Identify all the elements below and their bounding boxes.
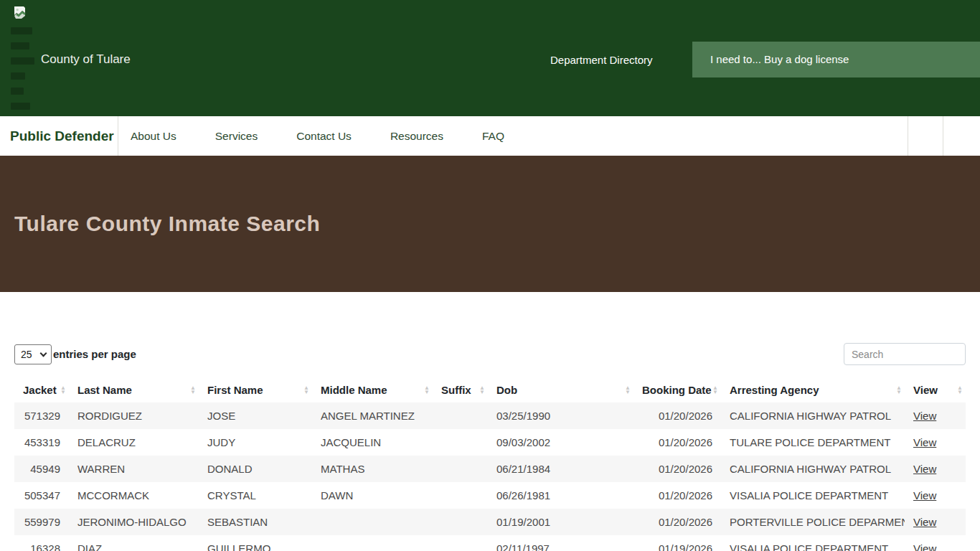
entries-per-page-label: entries per page	[53, 348, 136, 360]
cell-dob: 02/11/1997	[488, 535, 633, 551]
cell-jacket: 571329	[14, 402, 69, 429]
view-link[interactable]: View	[913, 542, 936, 551]
broken-image-icon	[13, 6, 27, 22]
cell-agency: CALIFORNIA HIGHWAY PATROL	[721, 402, 905, 429]
page-title: Tulare County Inmate Search	[0, 212, 320, 236]
cell-agency: PORTERVILLE POLICE DEPARMENT	[721, 509, 905, 535]
hero-banner: Tulare County Inmate Search	[0, 156, 980, 292]
table-row: 16328DIAZGUILLERMO02/11/199701/19/2026VI…	[14, 535, 966, 551]
department-directory-link[interactable]: Department Directory	[550, 54, 653, 66]
cell-middle: JACQUELIN	[312, 429, 433, 456]
cell-middle	[312, 535, 433, 551]
cell-booking: 01/20/2026	[633, 429, 721, 456]
logo-alt-text	[11, 27, 34, 118]
nav-item-resources[interactable]: Resources	[390, 130, 443, 143]
table-row: 453319DELACRUZJUDYJACQUELIN09/03/200201/…	[14, 429, 966, 456]
cell-booking: 01/20/2026	[633, 402, 721, 429]
cell-last: MCCORMACK	[69, 482, 199, 509]
cell-view: View	[905, 402, 966, 429]
cell-dob: 09/03/2002	[488, 429, 633, 456]
table-body: 571329RORDIGUEZJOSEANGEL MARTINEZ03/25/1…	[14, 402, 966, 551]
table-row: 45949WARRENDONALDMATHAS06/21/198401/20/2…	[14, 456, 966, 482]
sort-icon: ▲▼	[60, 386, 66, 395]
cell-jacket: 559979	[14, 509, 69, 535]
cell-suffix	[433, 509, 488, 535]
i-need-to-dropdown[interactable]: I need to... Buy a dog license	[692, 42, 980, 77]
table-row: 571329RORDIGUEZJOSEANGEL MARTINEZ03/25/1…	[14, 402, 966, 429]
column-header-label: Jacket	[23, 384, 57, 396]
cell-agency: VISALIA POLICE DEPARTMENT	[721, 482, 905, 509]
nav-utility-cell-2[interactable]	[943, 116, 980, 156]
column-header-last-name[interactable]: Last Name▲▼	[69, 377, 199, 402]
nav-item-services[interactable]: Services	[215, 130, 258, 143]
sort-icon: ▲▼	[625, 386, 631, 395]
column-header-suffix[interactable]: Suffix▲▼	[433, 377, 488, 402]
search-input[interactable]	[844, 343, 966, 365]
cell-last: WARREN	[69, 456, 199, 482]
column-header-label: Arresting Agency	[730, 384, 819, 396]
cell-jacket: 505347	[14, 482, 69, 509]
nav-item-faq[interactable]: FAQ	[482, 130, 504, 143]
cell-middle: MATHAS	[312, 456, 433, 482]
column-header-first-name[interactable]: First Name▲▼	[199, 377, 312, 402]
sort-icon: ▲▼	[957, 386, 963, 395]
cell-booking: 01/20/2026	[633, 456, 721, 482]
column-header-label: View	[913, 384, 938, 396]
cell-dob: 06/26/1981	[488, 482, 633, 509]
view-link[interactable]: View	[913, 463, 936, 475]
sort-icon: ▲▼	[896, 386, 902, 395]
view-link[interactable]: View	[913, 436, 936, 448]
column-header-label: Booking Date	[642, 384, 712, 396]
cell-view: View	[905, 509, 966, 535]
cell-suffix	[433, 429, 488, 456]
cell-dob: 01/19/2001	[488, 509, 633, 535]
cell-dob: 06/21/1984	[488, 456, 633, 482]
entries-per-page-select[interactable]: 25	[14, 344, 52, 364]
sort-icon: ▲▼	[303, 386, 309, 395]
table-head: Jacket▲▼Last Name▲▼First Name▲▼Middle Na…	[14, 377, 966, 402]
view-link[interactable]: View	[913, 516, 936, 528]
view-link[interactable]: View	[913, 410, 936, 422]
cell-first: JOSE	[199, 402, 312, 429]
column-header-booking-date[interactable]: Booking Date▲▼	[633, 377, 721, 402]
column-header-label: Suffix	[441, 384, 471, 396]
inmate-table: Jacket▲▼Last Name▲▼First Name▲▼Middle Na…	[14, 377, 966, 551]
nav-item-about-us[interactable]: About Us	[131, 130, 176, 143]
column-header-view[interactable]: View▲▼	[905, 377, 966, 402]
table-row: 505347MCCORMACKCRYSTALDAWN06/26/198101/2…	[14, 482, 966, 509]
nav-links: About UsServicesContact UsResourcesFAQ	[118, 116, 504, 156]
cell-last: DIAZ	[69, 535, 199, 551]
nav-spacer	[504, 116, 908, 156]
cell-jacket: 453319	[14, 429, 69, 456]
site-name[interactable]: County of Tulare	[41, 52, 131, 67]
column-header-middle-name[interactable]: Middle Name▲▼	[312, 377, 433, 402]
cell-booking: 01/19/2026	[633, 535, 721, 551]
column-header-dob[interactable]: Dob▲▼	[488, 377, 633, 402]
table-controls: 25 entries per page	[14, 343, 966, 365]
main-nav: Public Defender About UsServicesContact …	[0, 116, 980, 156]
column-header-arresting-agency[interactable]: Arresting Agency▲▼	[721, 377, 905, 402]
cell-view: View	[905, 482, 966, 509]
cell-booking: 01/20/2026	[633, 509, 721, 535]
cell-suffix	[433, 456, 488, 482]
column-header-jacket[interactable]: Jacket▲▼	[14, 377, 69, 402]
column-header-label: Middle Name	[321, 384, 387, 396]
cell-jacket: 45949	[14, 456, 69, 482]
nav-brand-public-defender[interactable]: Public Defender	[0, 116, 118, 156]
sort-icon: ▲▼	[424, 386, 430, 395]
cell-agency: CALIFORNIA HIGHWAY PATROL	[721, 456, 905, 482]
nav-item-contact-us[interactable]: Contact Us	[296, 130, 352, 143]
cell-last: RORDIGUEZ	[69, 402, 199, 429]
cell-first: GUILLERMO	[199, 535, 312, 551]
table-row: 559979JERONIMO-HIDALGOSEBASTIAN01/19/200…	[14, 509, 966, 535]
cell-agency: TULARE POLICE DEPARTMENT	[721, 429, 905, 456]
cell-last: DELACRUZ	[69, 429, 199, 456]
cell-view: View	[905, 456, 966, 482]
view-link[interactable]: View	[913, 489, 936, 501]
nav-utility-cell-1[interactable]	[908, 116, 943, 156]
site-header: County of Tulare Department Directory I …	[0, 0, 980, 116]
cell-first: DONALD	[199, 456, 312, 482]
cell-dob: 03/25/1990	[488, 402, 633, 429]
content-area: 25 entries per page Jacket▲▼Last Name▲▼F…	[0, 343, 980, 551]
cell-booking: 01/20/2026	[633, 482, 721, 509]
